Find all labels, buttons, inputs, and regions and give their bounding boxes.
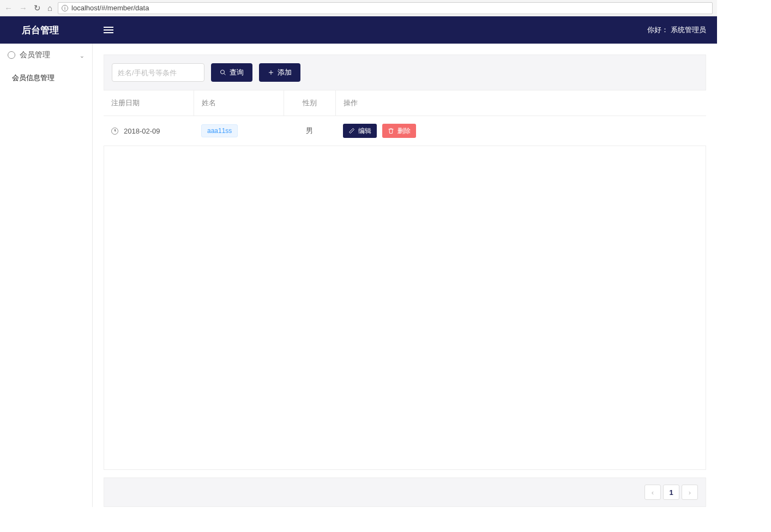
edit-button[interactable]: 编辑	[343, 124, 377, 138]
browser-nav: ← → ↻ ⌂	[4, 3, 52, 13]
table-header-row: 注册日期 姓名 性别 操作	[104, 90, 706, 116]
page-next[interactable]: ›	[682, 485, 698, 500]
page-prev[interactable]: ‹	[644, 485, 661, 500]
query-button-label: 查询	[230, 68, 244, 77]
chevron-left-icon: ‹	[652, 488, 654, 497]
user-icon	[8, 51, 15, 59]
info-icon: i	[62, 5, 68, 11]
date-text: 2018-02-09	[124, 127, 160, 135]
cell-gender: 男	[284, 116, 335, 146]
reload-icon[interactable]: ↻	[34, 3, 41, 13]
page-number-text: 1	[669, 488, 673, 497]
browser-bar: ← → ↻ ⌂ i localhost/#/member/data	[0, 0, 717, 16]
app-title: 后台管理	[22, 24, 104, 37]
edit-icon	[348, 128, 355, 134]
col-gender: 性别	[284, 90, 335, 116]
trash-icon	[388, 128, 394, 134]
menu-toggle-icon[interactable]	[104, 27, 113, 33]
plus-icon	[268, 69, 274, 76]
sidebar-group-member[interactable]: 会员管理 ⌃	[0, 44, 92, 66]
cell-name: aaa11ss	[194, 116, 284, 146]
app-body: 会员管理 ⌃ 会员信息管理 查询 添加 注册日期 姓名 性别	[0, 44, 717, 507]
cell-actions: 编辑 删除	[335, 116, 706, 146]
page-number[interactable]: 1	[663, 485, 679, 500]
col-name: 姓名	[194, 90, 284, 116]
sidebar-group-label: 会员管理	[20, 50, 50, 60]
col-date: 注册日期	[104, 90, 194, 116]
toolbar: 查询 添加	[104, 55, 706, 90]
address-bar[interactable]: i localhost/#/member/data	[58, 2, 713, 14]
add-button-label: 添加	[278, 68, 292, 77]
forward-icon[interactable]: →	[19, 3, 27, 13]
col-actions: 操作	[335, 90, 706, 116]
app-header: 后台管理 你好： 系统管理员	[0, 16, 717, 44]
main-content: 查询 添加 注册日期 姓名 性别 操作	[93, 44, 717, 507]
chevron-up-icon: ⌃	[80, 52, 85, 59]
greeting-prefix: 你好：	[647, 26, 668, 34]
sidebar-item-member-info[interactable]: 会员信息管理	[0, 66, 92, 89]
pagination-bar: ‹ 1 ›	[104, 477, 706, 507]
sidebar: 会员管理 ⌃ 会员信息管理	[0, 44, 93, 507]
name-tag: aaa11ss	[201, 124, 238, 137]
url-text: localhost/#/member/data	[71, 4, 149, 12]
query-button[interactable]: 查询	[211, 63, 252, 82]
delete-button-label: 删除	[397, 126, 411, 136]
edit-button-label: 编辑	[358, 126, 371, 136]
delete-button[interactable]: 删除	[382, 124, 416, 138]
member-table: 注册日期 姓名 性别 操作 2018-02-09 aaa11ss	[104, 90, 706, 146]
chevron-right-icon: ›	[689, 488, 691, 497]
search-icon	[220, 69, 226, 76]
clock-icon	[111, 128, 118, 135]
table-empty-area	[104, 146, 706, 470]
table-row: 2018-02-09 aaa11ss 男 编辑	[104, 116, 706, 146]
add-button[interactable]: 添加	[259, 63, 300, 82]
svg-line-1	[224, 74, 226, 75]
cell-date: 2018-02-09	[104, 116, 194, 146]
sidebar-item-label: 会员信息管理	[12, 74, 55, 82]
pagination: ‹ 1 ›	[644, 485, 698, 500]
home-icon[interactable]: ⌂	[47, 3, 52, 13]
user-greeting: 你好： 系统管理员	[647, 25, 706, 35]
svg-point-0	[221, 70, 225, 74]
username: 系统管理员	[671, 26, 706, 34]
search-input[interactable]	[112, 63, 204, 82]
back-icon[interactable]: ←	[4, 3, 13, 13]
